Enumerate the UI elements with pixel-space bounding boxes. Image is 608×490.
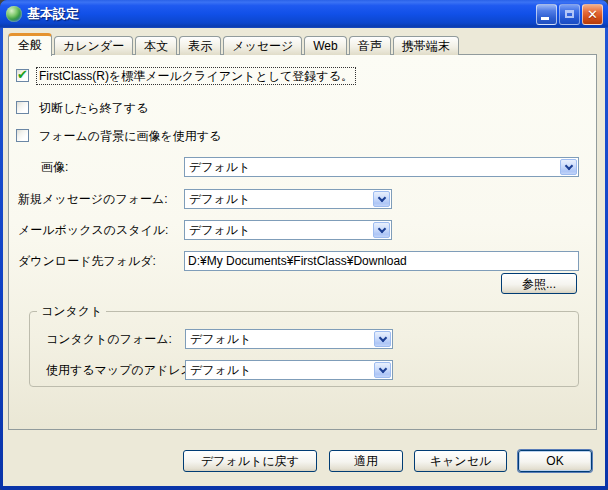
contact-group: コンタクト コンタクトのフォーム: デフォルト 使用するマップのアドレス: デフ…	[29, 303, 579, 387]
tab-message[interactable]: メッセージ	[223, 36, 302, 55]
tab-display[interactable]: 表示	[179, 36, 221, 55]
quit-on-disconnect-checkbox[interactable]	[16, 101, 29, 114]
settings-window: 基本設定 ✕ 全般 カレンダー 本文 表示 メッセージ Web 音声 携帯端末 …	[0, 0, 608, 490]
maximize-button[interactable]	[559, 4, 580, 25]
mailbox-style-select-value: デフォルト	[185, 221, 372, 239]
reset-defaults-button[interactable]: デフォルトに戻す	[183, 450, 317, 472]
contact-group-title: コンタクト	[37, 303, 106, 320]
chevron-down-icon[interactable]	[374, 362, 391, 378]
contact-form-row: コンタクトのフォーム: デフォルト	[30, 329, 578, 349]
contact-form-label: コンタクトのフォーム:	[46, 329, 172, 349]
mailbox-style-label: メールボックスのスタイル:	[18, 220, 168, 240]
contact-form-select-value: デフォルト	[186, 330, 373, 348]
close-icon: ✕	[587, 7, 598, 22]
image-row: 画像: デフォルト	[9, 157, 596, 177]
new-message-form-row: 新規メッセージのフォーム: デフォルト	[9, 189, 596, 209]
tab-panel-general: ✔ FirstClass(R)を標準メールクライアントとして登録する。 切断した…	[8, 54, 597, 430]
map-address-select-value: デフォルト	[186, 361, 373, 379]
minimize-icon	[541, 17, 549, 20]
chevron-down-icon[interactable]	[373, 191, 390, 207]
dialog-body: 全般 カレンダー 本文 表示 メッセージ Web 音声 携帯端末 ✔ First…	[3, 28, 605, 486]
mailbox-style-select[interactable]: デフォルト	[184, 220, 392, 240]
image-label: 画像:	[41, 157, 68, 177]
check-icon: ✔	[17, 67, 28, 83]
titlebar: 基本設定 ✕	[0, 0, 608, 28]
new-message-form-select-value: デフォルト	[185, 190, 372, 208]
checkbox-row-form-background-image: フォームの背景に画像を使用する	[16, 128, 223, 143]
contact-form-select[interactable]: デフォルト	[185, 329, 393, 349]
chevron-down-icon[interactable]	[560, 159, 577, 175]
ok-button[interactable]: OK	[518, 450, 592, 472]
tab-mobile[interactable]: 携帯端末	[393, 36, 459, 55]
new-message-form-select[interactable]: デフォルト	[184, 189, 392, 209]
tab-voice[interactable]: 音声	[349, 36, 391, 55]
tab-web[interactable]: Web	[304, 36, 346, 55]
image-select-value: デフォルト	[185, 158, 559, 176]
download-folder-label: ダウンロード先フォルダ:	[18, 251, 156, 271]
map-address-label: 使用するマップのアドレス:	[46, 360, 196, 380]
download-folder-row: ダウンロード先フォルダ:	[9, 251, 596, 271]
tab-calendar[interactable]: カレンダー	[54, 36, 133, 55]
apply-button[interactable]: 適用	[329, 450, 403, 472]
firstclass-globe-icon	[6, 6, 22, 22]
checkbox-row-register-default-client: ✔ FirstClass(R)を標準メールクライアントとして登録する。	[16, 68, 355, 83]
maximize-icon	[565, 10, 574, 18]
map-address-row: 使用するマップのアドレス: デフォルト	[30, 360, 578, 380]
image-select[interactable]: デフォルト	[184, 157, 579, 177]
checkbox-label: FirstClass(R)を標準メールクライアントとして登録する。	[37, 68, 355, 84]
mailbox-style-row: メールボックスのスタイル: デフォルト	[9, 220, 596, 240]
register-default-client-checkbox[interactable]: ✔	[16, 69, 29, 82]
tab-general[interactable]: 全般	[8, 33, 52, 56]
minimize-button[interactable]	[536, 4, 557, 25]
window-title: 基本設定	[27, 5, 534, 23]
chevron-down-icon[interactable]	[373, 222, 390, 238]
cancel-button[interactable]: キャンセル	[414, 450, 507, 472]
download-folder-input[interactable]	[184, 251, 579, 271]
chevron-down-icon[interactable]	[374, 331, 391, 347]
map-address-select[interactable]: デフォルト	[185, 360, 393, 380]
new-message-form-label: 新規メッセージのフォーム:	[18, 189, 168, 209]
checkbox-row-quit-on-disconnect: 切断したら終了する	[16, 100, 150, 115]
checkbox-label: フォームの背景に画像を使用する	[37, 128, 223, 144]
tab-bar: 全般 カレンダー 本文 表示 メッセージ Web 音声 携帯端末	[8, 32, 461, 55]
tab-body[interactable]: 本文	[135, 36, 177, 55]
browse-button[interactable]: 参照...	[501, 273, 577, 294]
close-button[interactable]: ✕	[582, 4, 603, 25]
checkbox-label: 切断したら終了する	[37, 100, 150, 116]
form-background-image-checkbox[interactable]	[16, 129, 29, 142]
